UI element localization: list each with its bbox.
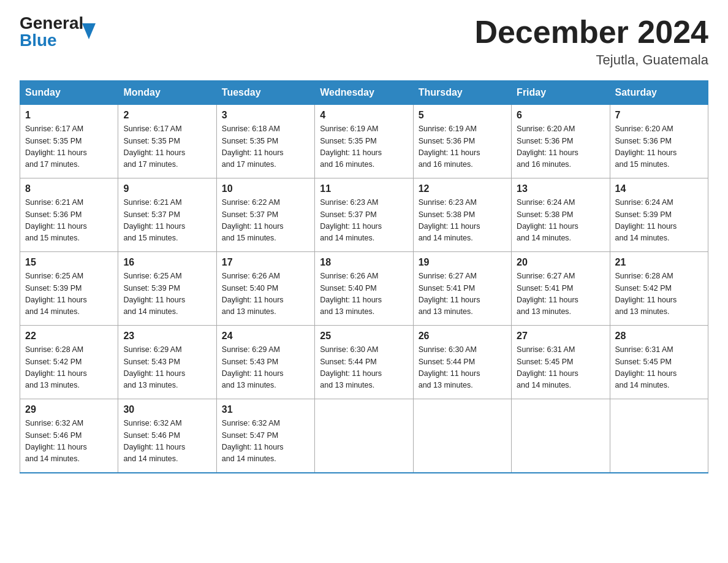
day-info: Sunrise: 6:24 AMSunset: 5:39 PMDaylight:… <box>615 197 703 245</box>
calendar-title: December 2024 <box>474 15 708 50</box>
calendar-cell: 30Sunrise: 6:32 AMSunset: 5:46 PMDayligh… <box>118 399 216 473</box>
day-info: Sunrise: 6:27 AMSunset: 5:41 PMDaylight:… <box>517 270 604 318</box>
svg-marker-0 <box>82 23 96 39</box>
day-info: Sunrise: 6:31 AMSunset: 5:45 PMDaylight:… <box>615 344 703 392</box>
calendar-cell: 13Sunrise: 6:24 AMSunset: 5:38 PMDayligh… <box>512 178 610 252</box>
day-number: 10 <box>222 183 309 194</box>
calendar-cell: 19Sunrise: 6:27 AMSunset: 5:41 PMDayligh… <box>413 252 511 326</box>
day-info: Sunrise: 6:31 AMSunset: 5:45 PMDaylight:… <box>517 344 604 392</box>
day-number: 30 <box>123 404 211 415</box>
day-number: 29 <box>25 404 113 415</box>
logo-arrow-icon <box>82 23 96 42</box>
day-number: 31 <box>222 404 309 415</box>
day-info: Sunrise: 6:18 AMSunset: 5:35 PMDaylight:… <box>222 123 309 171</box>
col-sunday: Sunday <box>20 81 118 105</box>
day-info: Sunrise: 6:23 AMSunset: 5:38 PMDaylight:… <box>419 197 506 245</box>
col-thursday: Thursday <box>413 81 511 105</box>
day-number: 26 <box>419 331 506 342</box>
calendar-cell: 20Sunrise: 6:27 AMSunset: 5:41 PMDayligh… <box>512 252 610 326</box>
calendar-cell: 24Sunrise: 6:29 AMSunset: 5:43 PMDayligh… <box>216 326 314 399</box>
calendar-cell: 15Sunrise: 6:25 AMSunset: 5:39 PMDayligh… <box>20 252 118 326</box>
week-row-4: 22Sunrise: 6:28 AMSunset: 5:42 PMDayligh… <box>20 326 708 399</box>
calendar-cell: 7Sunrise: 6:20 AMSunset: 5:36 PMDaylight… <box>610 105 708 178</box>
calendar-cell: 5Sunrise: 6:19 AMSunset: 5:36 PMDaylight… <box>413 105 511 178</box>
calendar-subtitle: Tejutla, Guatemala <box>474 52 708 68</box>
day-number: 13 <box>517 183 604 194</box>
day-info: Sunrise: 6:32 AMSunset: 5:46 PMDaylight:… <box>123 418 211 465</box>
calendar-cell: 2Sunrise: 6:17 AMSunset: 5:35 PMDaylight… <box>118 105 216 178</box>
day-info: Sunrise: 6:20 AMSunset: 5:36 PMDaylight:… <box>517 123 604 171</box>
calendar-cell: 29Sunrise: 6:32 AMSunset: 5:46 PMDayligh… <box>20 399 118 473</box>
day-number: 4 <box>320 110 408 121</box>
calendar-cell: 23Sunrise: 6:29 AMSunset: 5:43 PMDayligh… <box>118 326 216 399</box>
day-number: 15 <box>25 257 113 268</box>
day-number: 7 <box>615 110 703 121</box>
day-info: Sunrise: 6:19 AMSunset: 5:36 PMDaylight:… <box>419 123 506 171</box>
day-info: Sunrise: 6:30 AMSunset: 5:44 PMDaylight:… <box>419 344 506 392</box>
day-info: Sunrise: 6:20 AMSunset: 5:36 PMDaylight:… <box>615 123 703 171</box>
title-block: December 2024 Tejutla, Guatemala <box>474 15 708 68</box>
day-number: 24 <box>222 331 309 342</box>
day-info: Sunrise: 6:32 AMSunset: 5:46 PMDaylight:… <box>25 418 113 465</box>
header-row: Sunday Monday Tuesday Wednesday Thursday… <box>20 81 708 105</box>
calendar-cell: 10Sunrise: 6:22 AMSunset: 5:37 PMDayligh… <box>216 178 314 252</box>
day-info: Sunrise: 6:17 AMSunset: 5:35 PMDaylight:… <box>123 123 211 171</box>
day-number: 3 <box>222 110 309 121</box>
day-number: 20 <box>517 257 604 268</box>
week-row-2: 8Sunrise: 6:21 AMSunset: 5:36 PMDaylight… <box>20 178 708 252</box>
calendar-cell: 27Sunrise: 6:31 AMSunset: 5:45 PMDayligh… <box>512 326 610 399</box>
day-info: Sunrise: 6:25 AMSunset: 5:39 PMDaylight:… <box>123 270 211 318</box>
calendar-cell <box>413 399 511 473</box>
day-number: 17 <box>222 257 309 268</box>
day-number: 18 <box>320 257 408 268</box>
calendar-cell <box>610 399 708 473</box>
day-info: Sunrise: 6:25 AMSunset: 5:39 PMDaylight:… <box>25 270 113 318</box>
calendar-cell <box>315 399 413 473</box>
day-info: Sunrise: 6:28 AMSunset: 5:42 PMDaylight:… <box>25 344 113 392</box>
day-info: Sunrise: 6:29 AMSunset: 5:43 PMDaylight:… <box>222 344 309 392</box>
day-number: 12 <box>419 183 506 194</box>
day-info: Sunrise: 6:27 AMSunset: 5:41 PMDaylight:… <box>419 270 506 318</box>
calendar-cell: 6Sunrise: 6:20 AMSunset: 5:36 PMDaylight… <box>512 105 610 178</box>
day-number: 16 <box>123 257 211 268</box>
day-info: Sunrise: 6:17 AMSunset: 5:35 PMDaylight:… <box>25 123 113 171</box>
day-info: Sunrise: 6:30 AMSunset: 5:44 PMDaylight:… <box>320 344 408 392</box>
col-friday: Friday <box>512 81 610 105</box>
calendar-cell: 16Sunrise: 6:25 AMSunset: 5:39 PMDayligh… <box>118 252 216 326</box>
week-row-5: 29Sunrise: 6:32 AMSunset: 5:46 PMDayligh… <box>20 399 708 473</box>
calendar-body: 1Sunrise: 6:17 AMSunset: 5:35 PMDaylight… <box>20 105 708 473</box>
calendar-cell: 17Sunrise: 6:26 AMSunset: 5:40 PMDayligh… <box>216 252 314 326</box>
day-info: Sunrise: 6:28 AMSunset: 5:42 PMDaylight:… <box>615 270 703 318</box>
day-number: 25 <box>320 331 408 342</box>
day-info: Sunrise: 6:23 AMSunset: 5:37 PMDaylight:… <box>320 197 408 245</box>
calendar-cell: 9Sunrise: 6:21 AMSunset: 5:37 PMDaylight… <box>118 178 216 252</box>
col-tuesday: Tuesday <box>216 81 314 105</box>
day-number: 11 <box>320 183 408 194</box>
calendar-table: Sunday Monday Tuesday Wednesday Thursday… <box>20 80 708 473</box>
day-number: 28 <box>615 331 703 342</box>
calendar-cell: 3Sunrise: 6:18 AMSunset: 5:35 PMDaylight… <box>216 105 314 178</box>
calendar-cell: 8Sunrise: 6:21 AMSunset: 5:36 PMDaylight… <box>20 178 118 252</box>
day-info: Sunrise: 6:21 AMSunset: 5:36 PMDaylight:… <box>25 197 113 245</box>
calendar-header: Sunday Monday Tuesday Wednesday Thursday… <box>20 81 708 105</box>
day-info: Sunrise: 6:26 AMSunset: 5:40 PMDaylight:… <box>320 270 408 318</box>
day-info: Sunrise: 6:21 AMSunset: 5:37 PMDaylight:… <box>123 197 211 245</box>
col-monday: Monday <box>118 81 216 105</box>
day-number: 21 <box>615 257 703 268</box>
col-wednesday: Wednesday <box>315 81 413 105</box>
logo: General Blue <box>20 15 96 49</box>
col-saturday: Saturday <box>610 81 708 105</box>
day-number: 23 <box>123 331 211 342</box>
calendar-cell: 28Sunrise: 6:31 AMSunset: 5:45 PMDayligh… <box>610 326 708 399</box>
day-number: 6 <box>517 110 604 121</box>
day-number: 19 <box>419 257 506 268</box>
logo-general-text: General <box>20 15 83 32</box>
day-info: Sunrise: 6:22 AMSunset: 5:37 PMDaylight:… <box>222 197 309 245</box>
calendar-cell: 14Sunrise: 6:24 AMSunset: 5:39 PMDayligh… <box>610 178 708 252</box>
day-info: Sunrise: 6:24 AMSunset: 5:38 PMDaylight:… <box>517 197 604 245</box>
day-info: Sunrise: 6:32 AMSunset: 5:47 PMDaylight:… <box>222 418 309 465</box>
logo-blue-text: Blue <box>20 32 83 49</box>
day-number: 1 <box>25 110 113 121</box>
day-number: 5 <box>419 110 506 121</box>
week-row-1: 1Sunrise: 6:17 AMSunset: 5:35 PMDaylight… <box>20 105 708 178</box>
